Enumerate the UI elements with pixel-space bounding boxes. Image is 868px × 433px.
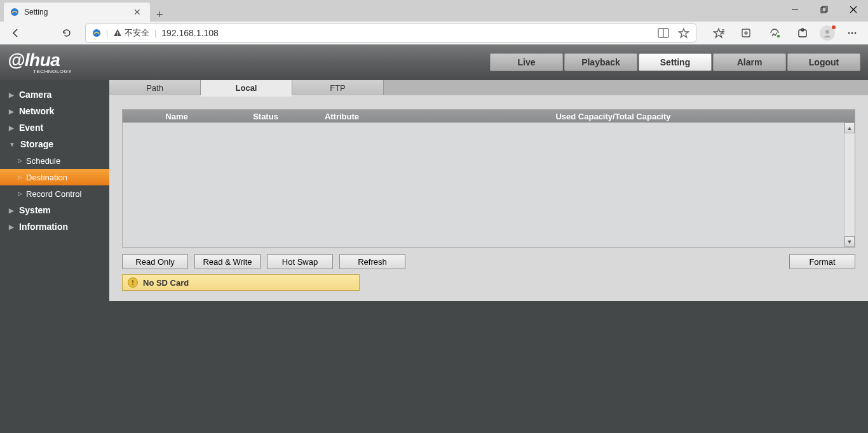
sidebar-item-system[interactable]: ▶System: [0, 202, 109, 218]
col-attribute: Attribute: [301, 112, 383, 121]
back-button[interactable]: [5, 23, 27, 43]
svg-point-21: [848, 32, 850, 34]
nav-logout[interactable]: Logout: [787, 53, 860, 71]
col-name: Name: [123, 112, 231, 121]
chevron-right-icon: ▶: [9, 91, 14, 98]
table-header: Name Status Attribute Used Capacity/Tota…: [123, 110, 855, 123]
page-header: @lhua TECHNOLOGY Live Playback Setting A…: [0, 44, 868, 80]
sidebar-label: Storage: [20, 139, 53, 149]
chevron-right-icon: ▷: [18, 157, 22, 164]
divider: |: [154, 29, 156, 37]
security-warning[interactable]: 不安全: [113, 27, 149, 39]
svg-rect-7: [117, 32, 118, 34]
sidebar-sub-label: Record Control: [26, 189, 81, 199]
svg-point-20: [825, 30, 829, 34]
tab-close-icon[interactable]: ✕: [131, 6, 144, 18]
minimize-button[interactable]: [780, 0, 810, 19]
browser-chrome: Setting ✕ + | 不安全 | 192.168.1.108: [0, 0, 868, 44]
sidebar-label: Network: [19, 106, 54, 116]
brand-logo: @lhua TECHNOLOGY: [8, 50, 72, 74]
scroll-up-icon[interactable]: ▲: [844, 123, 855, 133]
sidebar-item-network[interactable]: ▶Network: [0, 103, 109, 119]
col-status: Status: [231, 112, 301, 121]
svg-point-23: [855, 32, 857, 34]
svg-point-6: [93, 29, 100, 37]
chevron-right-icon: ▷: [18, 190, 22, 197]
refresh-button[interactable]: Refresh: [339, 254, 405, 269]
browser-tab[interactable]: Setting ✕: [4, 3, 150, 22]
sidebar-item-camera[interactable]: ▶Camera: [0, 86, 109, 103]
sidebar-item-storage[interactable]: ▼Storage: [0, 136, 109, 152]
svg-point-0: [11, 8, 18, 16]
sidebar-label: System: [19, 205, 51, 215]
ie-icon: [10, 8, 19, 17]
sidebar-label: Camera: [19, 90, 51, 100]
chevron-down-icon: ▼: [9, 141, 15, 148]
top-nav: Live Playback Setting Alarm Logout: [490, 53, 860, 71]
panel: Name Status Attribute Used Capacity/Tota…: [109, 95, 868, 301]
scrollbar[interactable]: ▲ ▼: [844, 123, 855, 247]
security-label: 不安全: [125, 27, 149, 39]
sidebar-label: Information: [19, 222, 68, 232]
refresh-button[interactable]: [56, 23, 78, 43]
collections-icon[interactable]: [736, 23, 757, 43]
tab-bar: Setting ✕ +: [0, 0, 868, 22]
svg-rect-2: [821, 8, 826, 13]
sidebar: ▶Camera ▶Network ▶Event ▼Storage ▷Schedu…: [0, 80, 109, 433]
sidebar-item-information[interactable]: ▶Information: [0, 218, 109, 235]
chevron-right-icon: ▶: [9, 207, 14, 214]
window-controls: [780, 0, 868, 19]
favorite-icon[interactable]: [678, 27, 689, 39]
nav-setting[interactable]: Setting: [639, 53, 712, 71]
svg-point-17: [777, 35, 780, 37]
content-area: Path Local FTP Name Status Attribute Use…: [109, 80, 868, 433]
maximize-button[interactable]: [810, 0, 839, 19]
format-button[interactable]: Format: [789, 254, 855, 269]
url-box[interactable]: | 不安全 | 192.168.1.108: [85, 23, 696, 43]
address-bar: | 不安全 | 192.168.1.108: [0, 22, 868, 44]
sidebar-sub-label: Destination: [26, 173, 67, 182]
content-tabs: Path Local FTP: [109, 80, 868, 95]
hot-swap-button[interactable]: Hot Swap: [267, 254, 333, 269]
tab-ftp[interactable]: FTP: [292, 80, 384, 95]
chevron-right-icon: ▶: [9, 223, 14, 230]
sidebar-label: Event: [19, 123, 43, 133]
nav-live[interactable]: Live: [490, 53, 563, 71]
divider: |: [106, 29, 108, 37]
sidebar-sub-destination[interactable]: ▷Destination: [0, 169, 109, 185]
message-text: No SD Card: [143, 278, 189, 288]
extension-icon[interactable]: [792, 23, 813, 43]
profile-avatar[interactable]: [820, 25, 835, 41]
sidebar-sub-record-control[interactable]: ▷Record Control: [0, 185, 109, 202]
reader-icon[interactable]: [658, 28, 669, 38]
favorites-icon[interactable]: [708, 23, 729, 43]
notification-dot: [832, 25, 836, 29]
scroll-down-icon[interactable]: ▼: [844, 236, 855, 247]
site-favicon: [92, 29, 101, 37]
tab-local[interactable]: Local: [201, 80, 292, 95]
svg-point-22: [851, 32, 853, 34]
info-icon: !: [128, 277, 138, 288]
performance-icon[interactable]: [764, 23, 785, 43]
chevron-right-icon: ▷: [18, 174, 22, 180]
nav-playback[interactable]: Playback: [564, 53, 637, 71]
close-button[interactable]: [839, 0, 868, 19]
url-text: 192.168.1.108: [161, 28, 219, 38]
svg-rect-3: [822, 6, 827, 11]
chevron-right-icon: ▶: [9, 108, 14, 115]
sidebar-sub-schedule[interactable]: ▷Schedule: [0, 152, 109, 169]
menu-icon[interactable]: [841, 23, 863, 43]
tab-path[interactable]: Path: [109, 80, 201, 95]
chevron-right-icon: ▶: [9, 124, 14, 131]
sidebar-item-event[interactable]: ▶Event: [0, 119, 109, 136]
button-row: Read Only Read & Write Hot Swap Refresh …: [122, 254, 855, 269]
new-tab-button[interactable]: +: [150, 8, 170, 22]
svg-rect-8: [117, 35, 118, 36]
read-only-button[interactable]: Read Only: [122, 254, 188, 269]
storage-table: Name Status Attribute Used Capacity/Tota…: [122, 109, 855, 248]
read-write-button[interactable]: Read & Write: [194, 254, 261, 269]
sidebar-sub-label: Schedule: [26, 156, 60, 166]
nav-alarm[interactable]: Alarm: [713, 53, 786, 71]
warning-icon: [113, 29, 122, 37]
status-message: ! No SD Card: [122, 274, 360, 291]
